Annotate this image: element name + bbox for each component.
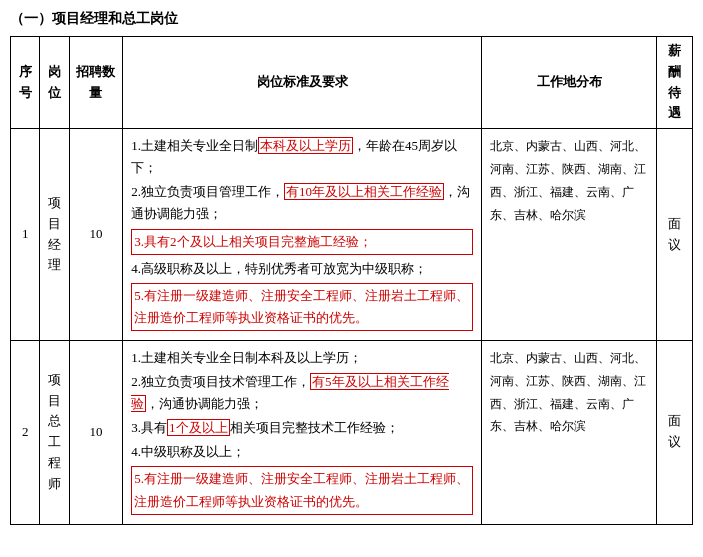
col-header-salary: 薪酬待遇 [657,37,693,129]
req-item: 4.中级职称及以上； [131,441,473,463]
highlight-text: 本科及以上学历 [258,137,353,154]
page-title: （一）项目经理和总工岗位 [10,10,693,28]
cell-job: 项目 经理 [40,129,69,341]
highlight-text: 有10年及以上相关工作经验 [284,183,444,200]
req-item: 1.土建相关专业全日制本科及以上学历，年龄在45周岁以下； [131,135,473,179]
cell-index: 2 [11,340,40,524]
cell-count: 10 [69,129,123,341]
req-item: 2.独立负责项目管理工作，有10年及以上相关工作经验，沟通协调能力强； [131,181,473,225]
highlight-text: 1个及以上 [167,419,230,436]
req-item: 3.具有1个及以上相关项目完整技术工作经验； [131,417,473,439]
req-item: 1.土建相关专业全日制本科及以上学历； [131,347,473,369]
table-row: 2项目 总工 程师101.土建相关专业全日制本科及以上学历；2.独立负责项目技术… [11,340,693,524]
req-item-boxed: 5.有注册一级建造师、注册安全工程师、注册岩土工程师、注册造价工程师等执业资格证… [131,283,473,331]
col-header-requirements: 岗位标准及要求 [123,37,482,129]
col-header-locations: 工作地分布 [482,37,657,129]
highlight-text: 有5年及以上相关工作经验 [131,373,448,412]
col-header-count: 招聘数量 [69,37,123,129]
req-item-boxed: 3.具有2个及以上相关项目完整施工经验； [131,229,473,255]
cell-salary: 面议 [657,340,693,524]
main-table: 序号 岗位 招聘数量 岗位标准及要求 工作地分布 薪酬待遇 1项目 经理101.… [10,36,693,525]
cell-salary: 面议 [657,129,693,341]
cell-index: 1 [11,129,40,341]
cell-job: 项目 总工 程师 [40,340,69,524]
cell-locations: 北京、内蒙古、山西、河北、河南、江苏、陕西、湖南、江西、浙江、福建、云南、广东、… [482,129,657,341]
req-item-boxed: 5.有注册一级建造师、注册安全工程师、注册岩土工程师、注册造价工程师等执业资格证… [131,466,473,514]
table-row: 1项目 经理101.土建相关专业全日制本科及以上学历，年龄在45周岁以下；2.独… [11,129,693,341]
req-item: 2.独立负责项目技术管理工作，有5年及以上相关工作经验，沟通协调能力强； [131,371,473,415]
cell-locations: 北京、内蒙古、山西、河北、河南、江苏、陕西、湖南、江西、浙江、福建、云南、广东、… [482,340,657,524]
table-header-row: 序号 岗位 招聘数量 岗位标准及要求 工作地分布 薪酬待遇 [11,37,693,129]
col-header-job: 岗位 [40,37,69,129]
cell-count: 10 [69,340,123,524]
req-item: 4.高级职称及以上，特别优秀者可放宽为中级职称； [131,258,473,280]
cell-requirements: 1.土建相关专业全日制本科及以上学历，年龄在45周岁以下；2.独立负责项目管理工… [123,129,482,341]
cell-requirements: 1.土建相关专业全日制本科及以上学历；2.独立负责项目技术管理工作，有5年及以上… [123,340,482,524]
col-header-index: 序号 [11,37,40,129]
